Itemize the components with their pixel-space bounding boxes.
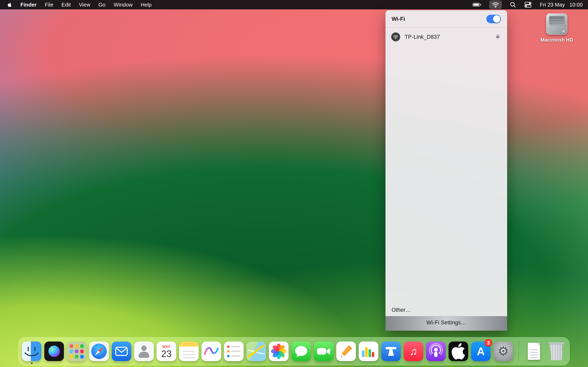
dock: MAY 23 xyxy=(18,337,570,365)
menu-edit[interactable]: Edit xyxy=(61,2,71,8)
panel-spacer xyxy=(385,46,507,304)
dock-safari-icon[interactable] xyxy=(89,342,109,361)
wifi-network-row[interactable]: TP-Link_D837 xyxy=(385,27,507,46)
music-note-glyph: ♫ xyxy=(410,345,417,358)
app-store-letter: A xyxy=(477,345,485,358)
control-center-icon xyxy=(524,2,532,8)
dock-pages-icon[interactable] xyxy=(336,342,356,361)
dock-photos-icon[interactable] xyxy=(269,342,288,361)
dock-numbers-icon[interactable] xyxy=(359,342,378,361)
dock-separator xyxy=(518,341,519,362)
apple-logo-icon xyxy=(449,342,468,361)
calendar-day: 23 xyxy=(161,349,172,359)
dock-keynote-icon[interactable] xyxy=(381,342,401,361)
desktop-volume-macintosh-hd[interactable]: Macintosh HD xyxy=(535,13,578,43)
volume-label: Macintosh HD xyxy=(540,37,573,43)
wifi-toggle[interactable] xyxy=(486,15,501,23)
wifi-panel-title: Wi-Fi xyxy=(392,16,405,22)
menu-file[interactable]: File xyxy=(45,2,53,8)
dock-tv-icon[interactable]: tv xyxy=(449,342,468,361)
network-wifi-icon xyxy=(391,33,400,42)
finder-running-indicator xyxy=(31,362,33,364)
network-name: TP-Link_D837 xyxy=(405,34,490,40)
dock-freeform-icon[interactable] xyxy=(201,342,221,361)
control-center-status[interactable] xyxy=(524,2,532,8)
dock-maps-icon[interactable] xyxy=(246,342,266,361)
menu-go[interactable]: Go xyxy=(98,2,105,8)
dock-mail-icon[interactable] xyxy=(112,342,131,361)
dock-finder-icon[interactable] xyxy=(22,342,42,361)
wifi-settings-button[interactable]: Wi-Fi Settings… xyxy=(385,316,507,331)
menu-help[interactable]: Help xyxy=(141,2,151,8)
dock-messages-icon[interactable] xyxy=(291,342,311,361)
dock-trash-icon[interactable] xyxy=(546,342,566,361)
menu-date: Fri 23 May xyxy=(540,2,565,8)
app-store-badge: 3 xyxy=(484,339,492,347)
wifi-status[interactable] xyxy=(489,0,502,9)
apple-menu[interactable] xyxy=(7,2,12,7)
dock-system-settings-icon[interactable]: ⚙ xyxy=(493,342,513,361)
spotlight-status[interactable] xyxy=(510,1,516,8)
dock-document-icon[interactable] xyxy=(524,342,544,361)
wifi-popover: Wi-Fi TP-Link_D837 Other… Wi-Fi Settings… xyxy=(385,10,507,331)
apple-logo-icon xyxy=(7,2,12,7)
gear-icon: ⚙ xyxy=(498,345,509,358)
search-icon xyxy=(510,1,516,8)
dock-facetime-icon[interactable] xyxy=(314,342,333,361)
hard-drive-icon xyxy=(546,13,567,35)
battery-icon xyxy=(472,2,481,7)
dock-music-icon[interactable]: ♫ xyxy=(404,342,423,361)
menu-window[interactable]: Window xyxy=(114,2,132,8)
dock-podcasts-icon[interactable] xyxy=(426,342,446,361)
dock-launchpad-icon[interactable] xyxy=(67,342,86,361)
other-networks-button[interactable]: Other… xyxy=(385,304,507,316)
wifi-icon xyxy=(492,2,499,8)
dock-reminders-icon[interactable] xyxy=(224,342,243,361)
menu-finder[interactable]: Finder xyxy=(20,2,36,8)
menu-clock[interactable]: Fri 23 May 10:00 xyxy=(540,2,583,8)
dock-siri-icon[interactable] xyxy=(44,342,64,361)
dock-notes-icon[interactable] xyxy=(179,342,199,361)
battery-status[interactable] xyxy=(472,2,481,7)
dock-calendar-icon[interactable]: MAY 23 xyxy=(156,342,176,361)
menu-time: 10:00 xyxy=(570,2,583,8)
dock-contacts-icon[interactable] xyxy=(134,342,154,361)
menu-bar: Finder File Edit View Go Window Help xyxy=(0,0,588,9)
calendar-month: MAY xyxy=(162,345,170,349)
menu-view[interactable]: View xyxy=(79,2,90,8)
lock-icon xyxy=(495,33,501,41)
